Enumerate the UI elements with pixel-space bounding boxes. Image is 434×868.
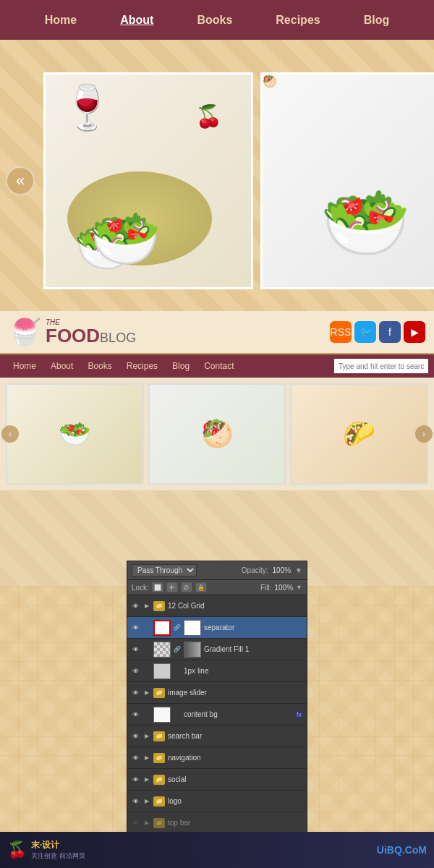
expand-icon[interactable]: ▶ <box>143 820 150 827</box>
mini-gallery: ‹ 🥗 🥙 🌮 › <box>0 378 434 490</box>
opacity-label: Opacity: <box>242 566 268 574</box>
folder-icon: 📁 <box>153 731 165 741</box>
layer-content-bg[interactable]: 👁 content bg fx <box>127 704 307 726</box>
padlock-icon[interactable]: 🔒 <box>195 582 207 592</box>
watermark-site: UiBQ.CoM <box>377 844 427 856</box>
subnav-books[interactable]: Books <box>80 354 119 378</box>
layer-mask-thumb <box>184 642 201 658</box>
opacity-value: 100% <box>273 566 292 574</box>
folder-icon: 📁 <box>153 688 165 698</box>
facebook-icon[interactable]: f <box>379 321 401 343</box>
gallery-left-arrow[interactable]: ‹ <box>1 425 19 443</box>
visibility-icon[interactable]: 👁 <box>130 688 140 698</box>
layer-1px-line[interactable]: 👁 1px line <box>127 660 307 682</box>
image-slider: « 🍷 🍒 🥗 🥙 <box>0 51 434 311</box>
expand-space <box>143 711 150 718</box>
layer-top-bar[interactable]: 👁 ▶ 📁 top bar <box>127 812 307 834</box>
layer-name: content bg <box>184 710 292 718</box>
nav-home[interactable]: Home <box>45 14 77 27</box>
watermark-left: 🍒 末·设计 关注创意·前沿网页 <box>7 839 85 861</box>
visibility-icon[interactable]: 👁 <box>130 796 140 807</box>
layer-name: logo <box>168 797 304 805</box>
visibility-icon[interactable]: 👁 <box>130 601 140 611</box>
top-preview: Home About Books Recipes Blog « 🍷 🍒 🥗 🥙 <box>0 0 434 311</box>
visibility-icon[interactable]: 👁 <box>130 623 140 633</box>
top-nav-bar: Home About Books Recipes Blog <box>0 0 434 40</box>
layer-social[interactable]: 👁 ▶ 📁 social <box>127 769 307 791</box>
layer-name: 1px line <box>184 667 304 675</box>
visibility-icon[interactable]: 👁 <box>130 818 140 828</box>
visibility-icon[interactable]: 👁 <box>130 644 140 655</box>
folder-icon: 📁 <box>153 775 165 785</box>
subnav-contact[interactable]: Contact <box>197 354 241 378</box>
greek-salad-icon: 🥙 <box>263 75 277 88</box>
gallery-right-arrow[interactable]: › <box>415 425 433 443</box>
nav-books[interactable]: Books <box>197 14 232 27</box>
watermark-footer: 🍒 末·设计 关注创意·前沿网页 UiBQ.CoM <box>0 832 434 868</box>
layer-navigation[interactable]: 👁 ▶ 📁 navigation <box>127 747 307 769</box>
mini-img-1: 🥗 <box>6 383 144 485</box>
lock-label: Lock: <box>132 584 149 592</box>
brush-icon[interactable]: ∅ <box>181 582 192 592</box>
visibility-icon[interactable]: 👁 <box>130 775 140 785</box>
logo-blog-text: BLOG <box>100 331 136 345</box>
fill-label: Fill: <box>260 584 272 592</box>
mini-img-3: 🌮 <box>290 383 428 485</box>
expand-icon[interactable]: ▶ <box>143 754 150 762</box>
blend-mode-select[interactable]: Pass Through <box>132 564 197 576</box>
nav-about[interactable]: About <box>120 14 153 27</box>
sub-nav-bar: Home About Books Recipes Blog Contact <box>0 354 434 378</box>
mini-img-2: 🥙 <box>148 383 286 485</box>
expand-space <box>143 668 150 675</box>
logo-icon: 🍧 <box>9 317 41 347</box>
layer-12col-grid[interactable]: 👁 ▶ 📁 12 Col Grid <box>127 595 307 617</box>
slide-2: 🥙 <box>260 72 434 289</box>
nav-recipes[interactable]: Recipes <box>276 14 320 27</box>
watermark-text-block: 末·设计 关注创意·前沿网页 <box>31 839 85 861</box>
move-icon[interactable]: ✛ <box>166 582 178 592</box>
expand-icon[interactable]: ▶ <box>143 776 150 783</box>
lock-icon[interactable]: ⬜ <box>152 582 163 592</box>
visibility-icon[interactable]: 👁 <box>130 753 140 763</box>
nav-blog[interactable]: Blog <box>364 14 390 27</box>
lock-row: Lock: ⬜ ✛ ∅ 🔒 Fill: 100% ▼ <box>127 580 307 595</box>
layer-name: Gradient Fill 1 <box>204 645 304 653</box>
cherry-icon: 🍒 <box>195 103 222 129</box>
visibility-icon[interactable]: 👁 <box>130 666 140 676</box>
expand-icon[interactable]: ▶ <box>143 603 150 610</box>
layer-name: navigation <box>168 754 304 762</box>
layer-name: separator <box>204 624 304 631</box>
slider-images: 🍷 🍒 🥗 🥙 <box>43 72 434 289</box>
youtube-icon[interactable]: ▶ <box>404 321 425 343</box>
slider-left-arrow[interactable]: « <box>6 166 35 195</box>
folder-icon: 📁 <box>153 753 165 763</box>
subnav-blog[interactable]: Blog <box>165 354 197 378</box>
blog-header: 🍧 THE FOODBLOG RSS 🐦 f ▶ <box>0 311 434 354</box>
expand-icon[interactable]: ▶ <box>143 798 150 805</box>
layer-search-bar[interactable]: 👁 ▶ 📁 search bar <box>127 726 307 747</box>
subnav-recipes[interactable]: Recipes <box>119 354 165 378</box>
layer-gradient-fill[interactable]: 👁 🔗 Gradient Fill 1 <box>127 639 307 660</box>
visibility-icon[interactable]: 👁 <box>130 710 140 720</box>
subnav-about[interactable]: About <box>43 354 80 378</box>
layer-image-slider[interactable]: 👁 ▶ 📁 image slider <box>127 682 307 704</box>
layers-panel: Pass Through Opacity: 100% ▼ Lock: ⬜ ✛ ∅… <box>127 561 307 835</box>
expand-icon[interactable]: ▶ <box>143 689 150 697</box>
folder-icon: 📁 <box>153 818 165 828</box>
layer-thumb <box>153 620 171 636</box>
layer-name: social <box>168 775 304 783</box>
logo-text: THE FOODBLOG <box>46 318 136 346</box>
rss-icon[interactable]: RSS <box>330 321 352 343</box>
logo-area: 🍧 THE FOODBLOG <box>9 317 136 347</box>
search-input[interactable] <box>334 359 428 373</box>
subnav-home[interactable]: Home <box>6 354 43 378</box>
visibility-icon[interactable]: 👁 <box>130 731 140 741</box>
twitter-icon[interactable]: 🐦 <box>354 321 376 343</box>
layer-logo[interactable]: 👁 ▶ 📁 logo <box>127 791 307 812</box>
folder-icon: 📁 <box>153 796 165 807</box>
watermark-sub-text: 关注创意·前沿网页 <box>31 851 85 861</box>
layer-name: image slider <box>168 689 304 697</box>
expand-icon[interactable]: ▶ <box>143 733 150 740</box>
layer-separator[interactable]: 👁 🔗 separator <box>127 617 307 639</box>
logo-foodblog: FOODBLOG <box>46 326 136 346</box>
